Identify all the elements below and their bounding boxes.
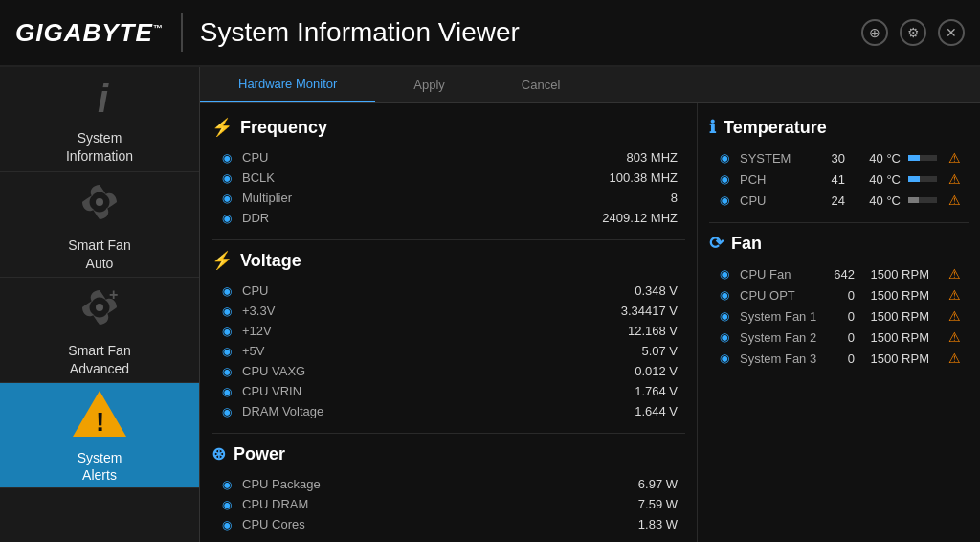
temp-icon: ℹ [709,117,716,138]
row-bullet-icon: ◉ [717,172,732,186]
header-icons: ⊕ ⚙ ✕ [861,19,965,46]
freq-row-ddr: ◉ DDR 2409.12 MHZ [212,208,685,228]
sidebar-item-smart-fan-advanced[interactable]: + Smart FanAdvanced [0,278,199,383]
logo: GIGABYTE™ [15,18,164,48]
temp-bar-fill [908,155,920,161]
temp-bar-fill [908,197,919,203]
temp-row-pch: ◉ PCH 41 40 °C ⚠ [709,169,969,190]
row-bullet-icon: ◉ [219,284,234,298]
content-area: Hardware Monitor Apply Cancel ⚡ Frequenc… [200,67,980,542]
warning-icon: ⚠ [948,287,961,303]
temp-row-cpu: ◉ CPU 24 40 °C ⚠ [709,190,969,211]
sidebar-item-smart-fan-auto[interactable]: Smart FanAuto [0,172,199,278]
voltage-icon: ⚡ [212,250,233,271]
svg-text:+: + [109,286,118,303]
fan-row-cpu-opt: ◉ CPU OPT 0 1500 RPM ⚠ [709,284,969,305]
sidebar-item-label: Smart FanAuto [68,237,130,271]
row-bullet-icon: ◉ [717,309,732,323]
row-bullet-icon: ◉ [717,267,732,281]
power-row-cores: ◉ CPU Cores 1.83 W [212,514,685,534]
fan-row-sys3: ◉ System Fan 3 0 1500 RPM ⚠ [709,348,969,369]
left-panel: ⚡ Frequency ◉ CPU 803 MHZ ◉ BCLK 100.38 … [200,103,698,542]
row-bullet-icon: ◉ [717,193,732,207]
row-bullet-icon: ◉ [219,171,234,185]
tab-bar: Hardware Monitor Apply Cancel [200,67,980,103]
frequency-section: ⚡ Frequency ◉ CPU 803 MHZ ◉ BCLK 100.38 … [200,111,697,236]
row-bullet-icon: ◉ [219,325,234,338]
warning-icon: ⚠ [948,329,961,345]
alert-icon: ! [71,387,128,443]
warning-icon: ⚠ [948,266,961,282]
volt-row-dram: ◉ DRAM Voltage 1.644 V [212,401,685,421]
volt-row-33v: ◉ +3.3V 3.34417 V [212,301,685,321]
sidebar-item-label: Smart FanAdvanced [68,342,130,376]
main-layout: i SystemInformation Smart FanAuto [0,67,980,542]
sidebar-item-label: SystemAlerts [78,449,122,484]
warning-icon: ⚠ [948,308,961,324]
row-bullet-icon: ◉ [219,518,234,531]
row-bullet-icon: ◉ [717,351,732,365]
row-bullet-icon: ◉ [219,498,234,511]
temp-row-system: ◉ SYSTEM 30 40 °C ⚠ [709,147,969,169]
warning-icon: ⚠ [948,192,961,208]
row-bullet-icon: ◉ [219,385,234,398]
header-title: System Information Viewer [200,17,861,48]
fan-icon [75,177,124,231]
row-bullet-icon: ◉ [219,192,234,205]
sidebar-item-system-alerts[interactable]: ! SystemAlerts [0,383,199,488]
freq-row-cpu: ◉ CPU 803 MHZ [212,147,685,168]
volt-row-vaxg: ◉ CPU VAXG 0.012 V [212,361,685,381]
frequency-title: ⚡ Frequency [212,117,685,142]
sidebar: i SystemInformation Smart FanAuto [0,67,200,542]
freq-row-multiplier: ◉ Multiplier 8 [212,188,685,208]
power-title: ⊛ Power [212,443,685,468]
freq-row-bclk: ◉ BCLK 100.38 MHZ [212,168,685,188]
volt-row-vrin: ◉ CPU VRIN 1.764 V [212,381,685,401]
temp-bar-cpu [908,197,937,203]
tab-cancel[interactable]: Cancel [483,67,598,102]
temp-bar-system [908,155,937,161]
divider [212,239,685,240]
tab-hardware-monitor[interactable]: Hardware Monitor [200,67,375,102]
fan-row-sys2: ◉ System Fan 2 0 1500 RPM ⚠ [709,327,969,348]
voltage-section: ⚡ Voltage ◉ CPU 0.348 V ◉ +3.3V 3.34417 … [200,244,697,429]
header-divider [181,13,183,52]
row-bullet-icon: ◉ [219,345,234,358]
svg-point-1 [96,198,103,206]
power-row-package: ◉ CPU Package 6.97 W [212,474,685,494]
info-icon: i [77,74,122,124]
row-bullet-icon: ◉ [219,212,234,225]
svg-point-2 [96,304,103,311]
temperature-title: ℹ Temperature [709,117,969,142]
row-bullet-icon: ◉ [717,288,732,302]
power-section: ⊛ Power ◉ CPU Package 6.97 W ◉ CPU DRAM … [200,438,697,542]
right-panel: ℹ Temperature ◉ SYSTEM 30 40 °C ⚠ [698,103,980,542]
fan-section-icon: ⟳ [709,233,724,254]
temp-bar-fill [908,176,920,182]
row-bullet-icon: ◉ [717,330,732,344]
row-bullet-icon: ◉ [219,365,234,378]
globe-icon[interactable]: ⊕ [861,19,888,46]
row-bullet-icon: ◉ [219,151,234,165]
frequency-icon: ⚡ [212,117,233,138]
volt-row-cpu: ◉ CPU 0.348 V [212,281,685,301]
volt-row-5v: ◉ +5V 5.07 V [212,341,685,361]
divider [212,433,685,434]
temp-bar-pch [908,176,937,182]
fan-section: ⟳ Fan ◉ CPU Fan 642 1500 RPM ⚠ [698,227,980,376]
warning-icon: ⚠ [948,171,961,187]
svg-text:i: i [98,78,109,120]
close-icon[interactable]: ✕ [938,19,965,46]
sidebar-item-system-information[interactable]: i SystemInformation [0,67,199,172]
row-bullet-icon: ◉ [219,305,234,318]
voltage-title: ⚡ Voltage [212,250,685,275]
divider [709,222,969,223]
temperature-section: ℹ Temperature ◉ SYSTEM 30 40 °C ⚠ [698,111,980,218]
tab-apply[interactable]: Apply [375,67,483,102]
warning-icon: ⚠ [948,350,961,366]
power-row-dram: ◉ CPU DRAM 7.59 W [212,494,685,514]
sidebar-item-label: SystemInformation [66,129,133,164]
warning-icon: ⚠ [948,150,961,166]
settings-icon[interactable]: ⚙ [900,19,926,46]
fan-plus-icon: + [75,282,124,336]
